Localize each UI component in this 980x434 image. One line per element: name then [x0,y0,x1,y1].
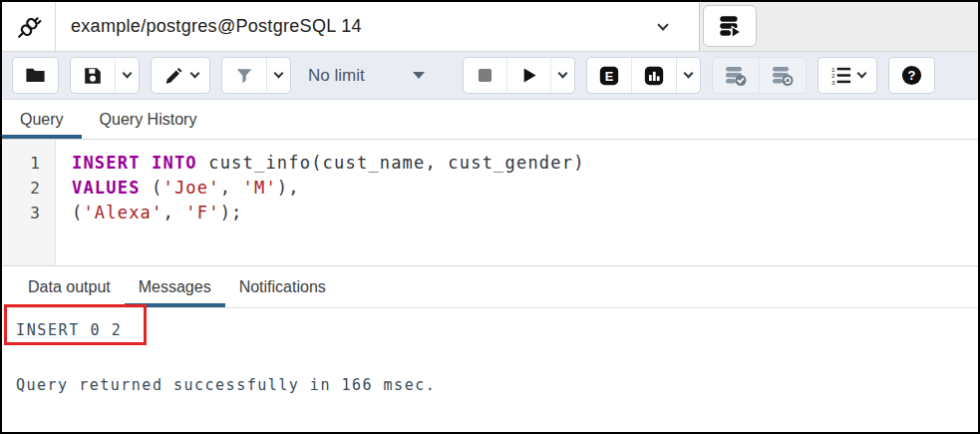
chevron-down-icon [684,69,694,79]
save-icon [82,65,104,87]
database-new-connection-icon [717,13,743,39]
tab-query-history[interactable]: Query History [82,100,215,139]
play-icon [518,65,539,86]
stop-button[interactable] [464,58,506,93]
chevron-down-icon [274,69,284,79]
dropdown-arrow-icon [413,72,425,79]
sql-code-area[interactable]: INSERT INTO cust_info(cust_name, cust_ge… [56,140,585,265]
macros-button[interactable]: 1 2 3 [818,58,876,93]
explain-options-dropdown[interactable] [676,58,700,93]
chevron-down-icon [558,69,568,79]
tab-notifications-label: Notifications [239,278,326,296]
commit-icon [724,64,748,88]
tab-query[interactable]: Query [2,100,82,139]
sql-line: ('Alexa', 'F'); [72,201,585,225]
tab-messages[interactable]: Messages [125,266,225,307]
connection-name: example/postgres@PostgreSQL 14 [56,16,659,37]
chevron-down-icon [857,69,867,79]
svg-text:?: ? [908,68,916,83]
line-number: 2 [2,176,55,201]
connection-bar: example/postgres@PostgreSQL 14 [2,2,978,52]
pgadmin-query-tool-window: example/postgres@PostgreSQL 14 [0,0,980,434]
connection-selector[interactable]: example/postgres@PostgreSQL 14 [2,2,700,51]
execute-options-dropdown[interactable] [550,58,574,93]
new-connection-button[interactable] [703,5,757,47]
explain-analyze-button[interactable] [631,58,676,93]
stop-icon [475,65,495,86]
commit-button[interactable] [713,58,759,93]
transaction-group [712,57,807,94]
tab-notifications[interactable]: Notifications [225,266,340,307]
chevron-down-icon [190,69,200,79]
save-file-group [70,57,140,94]
edit-group [151,57,210,94]
explain-analyze-chart-icon [643,65,665,87]
help-button[interactable]: ? [889,58,934,93]
edit-pen-icon [163,65,184,87]
line-number-gutter: 1 2 3 [2,140,56,265]
query-toolbar: No limit E [2,52,978,100]
explain-group: E [586,57,701,94]
explain-button[interactable]: E [587,58,631,93]
sql-line: VALUES ('Joe', 'M'), [72,176,585,201]
execute-group [463,57,575,94]
sql-editor[interactable]: 1 2 3 INSERT INTO cust_info(cust_name, c… [2,140,978,266]
tab-data-output-label: Data output [28,278,111,296]
help-group: ? [888,57,935,94]
row-limit-value: No limit [308,66,365,86]
editor-tab-bar: Query Query History [2,100,978,140]
filter-icon [233,65,255,87]
row-limit-select[interactable]: No limit [302,57,452,94]
macros-group: 1 2 3 [817,57,877,94]
svg-text:3: 3 [831,79,835,86]
query-result-text: INSERT 0 2 [16,321,122,339]
filter-group [221,57,291,94]
rollback-icon [771,64,795,88]
plug-connection-icon [16,14,42,40]
output-tab-bar: Data output Messages Notifications [2,266,978,308]
filter-options-dropdown[interactable] [266,58,290,93]
svg-text:E: E [605,68,614,83]
connection-bar-spacer [760,2,978,51]
query-status-text: Query returned successfully in 166 msec. [16,376,436,394]
tab-data-output[interactable]: Data output [14,266,125,307]
help-icon: ? [900,64,923,87]
rollback-button[interactable] [759,58,806,93]
tab-query-history-label: Query History [100,111,197,129]
open-file-button[interactable] [13,58,58,93]
open-file-group [12,57,59,94]
tab-messages-label: Messages [139,278,211,296]
chevron-down-icon[interactable] [657,19,668,30]
messages-panel: INSERT 0 2 Query returned successfully i… [2,308,978,432]
execute-button[interactable] [506,58,550,93]
line-number: 3 [2,201,55,225]
sql-line: INSERT INTO cust_info(cust_name, cust_ge… [72,151,585,176]
chevron-down-icon [123,69,133,79]
line-number: 1 [2,151,55,176]
save-options-dropdown[interactable] [115,58,139,93]
tab-query-label: Query [20,111,64,129]
folder-icon [24,64,47,87]
explain-icon: E [598,65,620,87]
filter-button[interactable] [222,58,266,93]
edit-dropdown-button[interactable] [152,58,209,93]
save-button[interactable] [71,58,115,93]
connection-status-cell[interactable] [2,2,56,51]
macros-list-icon: 1 2 3 [829,64,852,87]
